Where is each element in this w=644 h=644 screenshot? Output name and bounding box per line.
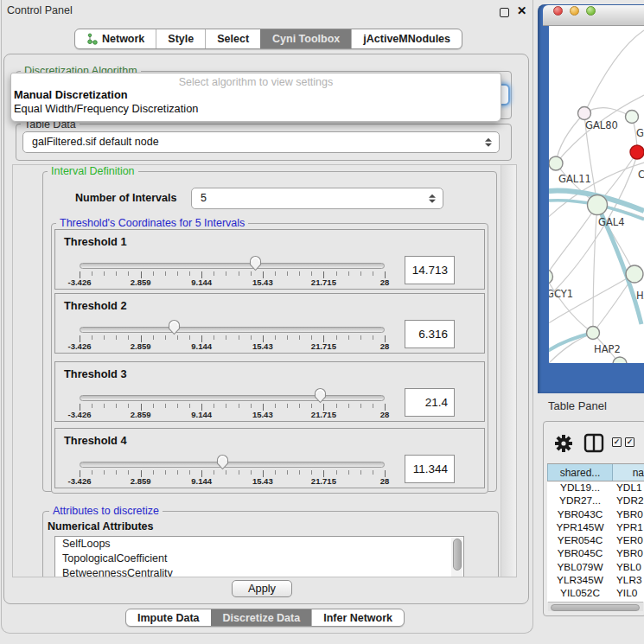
numerical-attributes-label: Numerical Attributes: [48, 520, 153, 532]
table-row[interactable]: YPR145WYPR1: [547, 521, 644, 534]
network-node-gcy1[interactable]: [549, 270, 553, 284]
tab-discretize-data[interactable]: Discretize Data: [211, 609, 312, 626]
list-item[interactable]: SelfLoops: [55, 537, 463, 552]
threshold-value-field[interactable]: 21.4: [405, 388, 455, 417]
table-row[interactable]: YER054CYER0: [547, 534, 644, 547]
tick-label: 9.144: [174, 341, 229, 351]
node-table[interactable]: shared... na YDL19...YDL1YDR27...YDR2YBR…: [547, 463, 644, 602]
checkbox-icon[interactable]: ✓: [612, 437, 622, 447]
checkbox-icon[interactable]: ✓: [625, 437, 634, 447]
tick-label: 21.715: [296, 410, 351, 419]
tab-label: Cyni Toolbox: [272, 29, 340, 48]
num-intervals-spinner[interactable]: 5: [191, 188, 443, 209]
bottom-tab-bar: Impute DataDiscretize DataInfer Network: [125, 609, 405, 627]
table-cell[interactable]: YBL079W: [547, 561, 613, 574]
tick-label: 21.715: [296, 341, 351, 351]
table-header-row: shared... na: [547, 463, 644, 481]
table-cell[interactable]: YIL0: [613, 587, 644, 600]
table-row[interactable]: YIL052CYIL0: [547, 587, 644, 600]
tab-network[interactable]: Network: [75, 29, 156, 48]
tab-infer-network[interactable]: Infer Network: [311, 609, 404, 626]
table-cell[interactable]: YPR145W: [547, 521, 613, 534]
table-cell[interactable]: YPR1: [613, 521, 644, 534]
table-cell[interactable]: YDL19...: [547, 481, 613, 494]
minimize-traffic-light[interactable]: [570, 6, 579, 16]
list-item[interactable]: TopologicalCoefficient: [55, 552, 463, 566]
network-node-ga[interactable]: [626, 111, 639, 124]
threshold-value-field[interactable]: 6.316: [405, 320, 455, 348]
table-cell[interactable]: YER0: [613, 534, 644, 547]
node-label: GAL80: [585, 119, 618, 131]
apply-button[interactable]: Apply: [232, 580, 292, 597]
tab-impute-data[interactable]: Impute Data: [126, 609, 211, 626]
tab-cyni-toolbox[interactable]: Cyni Toolbox: [260, 29, 351, 48]
network-graph: GAL80GACYGAL11GAL4GCY1HAHAP2: [549, 26, 644, 363]
table-row[interactable]: YLR345WYLR3: [547, 574, 644, 587]
node-label: GAL11: [558, 173, 591, 185]
algorithm-dropdown-popup: Select algorithm to view settings Manual…: [10, 73, 501, 122]
table-cell[interactable]: YIL052C: [547, 587, 613, 600]
table-header-name[interactable]: na: [613, 464, 644, 481]
table-cell[interactable]: YDR2: [613, 494, 644, 507]
network-node-hap2[interactable]: [587, 327, 600, 340]
attributes-list-scrollbar[interactable]: [451, 538, 462, 577]
tick-label: 21.715: [296, 277, 351, 287]
network-icon: [86, 33, 98, 45]
gear-icon[interactable]: [554, 434, 573, 453]
table-cell[interactable]: YBR0: [613, 547, 644, 560]
tick-label: 2.859: [113, 476, 169, 486]
table-cell[interactable]: YBR045C: [547, 547, 613, 560]
threshold-value-field[interactable]: 11.344: [405, 455, 455, 483]
algorithm-option-equal-width-frequency-discretization[interactable]: Equal Width/Frequency Discretization: [11, 102, 501, 116]
thresholds-group-title: Threshold's Coordinates for 5 Intervals: [56, 217, 248, 229]
threshold-value-field[interactable]: 14.713: [405, 256, 455, 284]
table-data-combo-value: galFiltered.sif default node: [32, 132, 159, 152]
tick-label: -3.426: [52, 410, 107, 419]
interval-group-title: Interval Definition: [48, 165, 138, 177]
tab-label: Impute Data: [137, 609, 200, 627]
table-hscrollbar-thumb[interactable]: [551, 604, 640, 611]
tick-label: -3.426: [52, 277, 107, 287]
table-cell[interactable]: YBR043C: [547, 508, 613, 521]
table-row[interactable]: YBL079WYBL0: [547, 561, 644, 574]
screen: Control Panel ✕ NetworkStyleSelectCyni T…: [0, 0, 644, 644]
table-cell[interactable]: YBL0: [613, 561, 644, 574]
table-row[interactable]: YBR043CYBR0: [547, 508, 644, 521]
numerical-attributes-list[interactable]: SelfLoopsTopologicalCoefficientBetweenne…: [54, 536, 464, 577]
tab-jactivemnodules[interactable]: jActiveMNodules: [351, 29, 462, 48]
tick-label: 2.859: [113, 277, 169, 287]
network-node-cy[interactable]: [630, 145, 644, 159]
zoom-traffic-light[interactable]: [586, 6, 596, 16]
table-cell[interactable]: YLR3: [613, 574, 644, 587]
table-row[interactable]: YDR27...YDR2: [547, 494, 644, 507]
table-row[interactable]: YBR045CYBR0: [547, 547, 644, 560]
table-cell[interactable]: YER054C: [547, 534, 613, 547]
spinner-arrows-icon: [429, 194, 437, 203]
settings-vscrollbar[interactable]: [501, 165, 516, 577]
tab-label: Discretize Data: [223, 609, 301, 627]
split-view-icon[interactable]: [583, 433, 604, 453]
table-cell[interactable]: YBR0: [613, 508, 644, 521]
table-cell[interactable]: YLR345W: [547, 574, 613, 587]
network-node-gal11[interactable]: [549, 156, 563, 170]
table-hscrollbar[interactable]: [548, 602, 643, 611]
tick-label: 2.859: [113, 410, 169, 419]
tab-style[interactable]: Style: [156, 29, 205, 48]
network-node-ha[interactable]: [626, 265, 643, 283]
tab-label: Network: [102, 29, 144, 48]
network-node-gal80[interactable]: [578, 107, 591, 120]
algorithm-option-manual-discretization[interactable]: Manual Discretization: [11, 88, 501, 102]
close-traffic-light[interactable]: [553, 6, 563, 16]
float-window-icon[interactable]: [500, 8, 509, 17]
tab-select[interactable]: Select: [205, 29, 260, 48]
table-header-shared[interactable]: shared...: [547, 464, 613, 481]
network-canvas[interactable]: GAL80GACYGAL11GAL4GCY1HAHAP2: [549, 26, 644, 363]
table-data-combo[interactable]: galFiltered.sif default node: [22, 131, 500, 153]
table-cell[interactable]: YDR27...: [547, 494, 613, 507]
table-cell[interactable]: YDL1: [613, 481, 644, 494]
combo-arrows-icon: [485, 137, 493, 147]
network-node-gal4[interactable]: [588, 195, 608, 215]
list-item[interactable]: BetweennessCentrality: [55, 566, 463, 577]
close-icon[interactable]: ✕: [517, 3, 526, 17]
table-row[interactable]: YDL19...YDL1: [547, 481, 644, 494]
